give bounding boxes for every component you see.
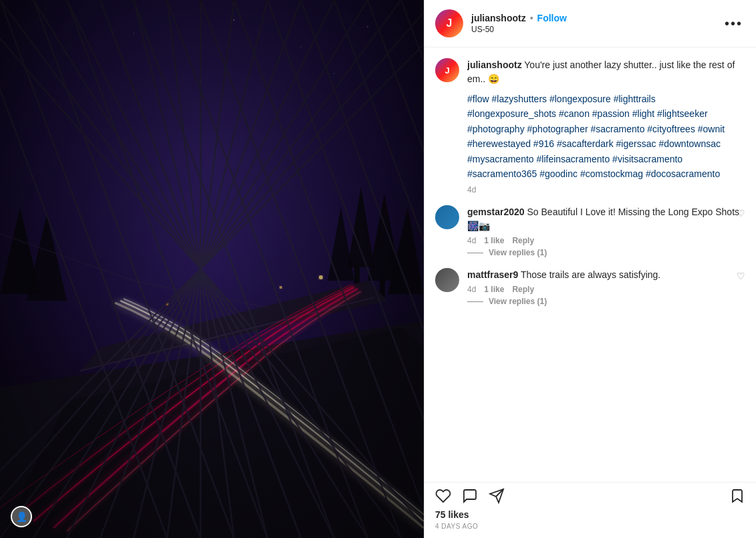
caption-content: julianshootz You're just another lazy sh… xyxy=(467,58,745,194)
view-replies-text[interactable]: View replies (1) xyxy=(489,248,547,257)
avatar-icon: 👤 xyxy=(16,511,27,522)
caption-avatar[interactable]: J xyxy=(435,58,459,82)
comment-2-time: 4d xyxy=(467,285,476,294)
save-button[interactable] xyxy=(729,488,745,504)
comment-2-meta: 4d 1 like Reply xyxy=(467,285,745,294)
action-bar: 75 likes 4 DAYS AGO xyxy=(424,482,756,538)
time-ago: 4 DAYS AGO xyxy=(435,523,745,530)
header-info: julianshootz • Follow US-50 xyxy=(471,13,722,34)
bookmark-icon xyxy=(729,488,745,504)
comment-icon xyxy=(462,488,478,504)
caption-username[interactable]: julianshootz xyxy=(467,59,522,70)
comment-2-like-icon[interactable]: ♡ xyxy=(737,271,745,281)
share-button[interactable] xyxy=(489,488,505,504)
comment-1-time: 4d xyxy=(467,236,476,245)
photo-panel: 👤 xyxy=(0,0,424,538)
comment-2-body: Those trails are always satisfying. xyxy=(521,269,660,280)
comment-1-avatar[interactable] xyxy=(435,205,459,229)
comments-area[interactable]: J julianshootz You're just another lazy … xyxy=(424,47,756,482)
photo-svg xyxy=(0,0,424,538)
view-replies-line xyxy=(467,253,483,253)
comment-2-view-replies[interactable]: View replies (1) xyxy=(467,297,745,306)
comment-1-view-replies[interactable]: View replies (1) xyxy=(467,248,745,257)
header-avatar[interactable]: J xyxy=(435,9,463,37)
caption-time: 4d xyxy=(467,185,745,194)
photo-background xyxy=(0,0,424,538)
comment-2-avatar[interactable] xyxy=(435,268,459,292)
comment-1-like-icon[interactable]: ♡ xyxy=(737,208,745,219)
action-icons-row xyxy=(435,488,745,504)
comment-button[interactable] xyxy=(462,488,478,504)
comment-1-content: gemstar2020 So Beautiful I Love it! Miss… xyxy=(467,205,745,257)
caption-block: J julianshootz You're just another lazy … xyxy=(435,58,745,194)
view-replies-line-2 xyxy=(467,301,483,302)
likes-count: 75 likes xyxy=(435,509,745,520)
post-header: J julianshootz • Follow US-50 ••• xyxy=(424,0,756,47)
photo-user-avatar[interactable]: 👤 xyxy=(11,506,32,527)
like-button[interactable] xyxy=(435,488,451,504)
caption-text: julianshootz You're just another lazy sh… xyxy=(467,58,745,86)
comment-1-likes: 1 like xyxy=(484,236,504,245)
comment-block: gemstar2020 So Beautiful I Love it! Miss… xyxy=(435,205,745,257)
share-icon xyxy=(489,488,505,504)
comment-1-meta: 4d 1 like Reply xyxy=(467,236,745,245)
header-separator: • xyxy=(530,13,533,23)
svg-rect-61 xyxy=(0,0,424,538)
comment-1-reply-button[interactable]: Reply xyxy=(512,236,534,245)
header-username[interactable]: julianshootz xyxy=(471,13,526,23)
action-icons-left xyxy=(435,488,505,504)
ellipsis-icon: ••• xyxy=(725,16,743,31)
header-username-row: julianshootz • Follow xyxy=(471,13,722,23)
comment-2-username[interactable]: mattfraser9 xyxy=(467,269,518,280)
comment-2-content: mattfraser9 Those trails are always sati… xyxy=(467,268,745,306)
right-panel: J julianshootz • Follow US-50 ••• J juli… xyxy=(424,0,756,538)
header-location: US-50 xyxy=(471,25,722,34)
comment-1-username[interactable]: gemstar2020 xyxy=(467,207,525,217)
heart-icon xyxy=(435,488,451,504)
comment-2-reply-button[interactable]: Reply xyxy=(512,285,534,294)
more-options-button[interactable]: ••• xyxy=(722,13,745,34)
follow-button[interactable]: Follow xyxy=(537,13,567,23)
view-replies-text-2[interactable]: View replies (1) xyxy=(489,297,547,306)
comment-1-text: gemstar2020 So Beautiful I Love it! Miss… xyxy=(467,205,745,233)
comment-2-block: mattfraser9 Those trails are always sati… xyxy=(435,268,745,306)
comment-2-likes: 1 like xyxy=(484,285,504,294)
comment-2-text: mattfraser9 Those trails are always sati… xyxy=(467,268,745,282)
caption-hashtags: #flow #lazyshutters #longexposure #light… xyxy=(467,92,745,181)
